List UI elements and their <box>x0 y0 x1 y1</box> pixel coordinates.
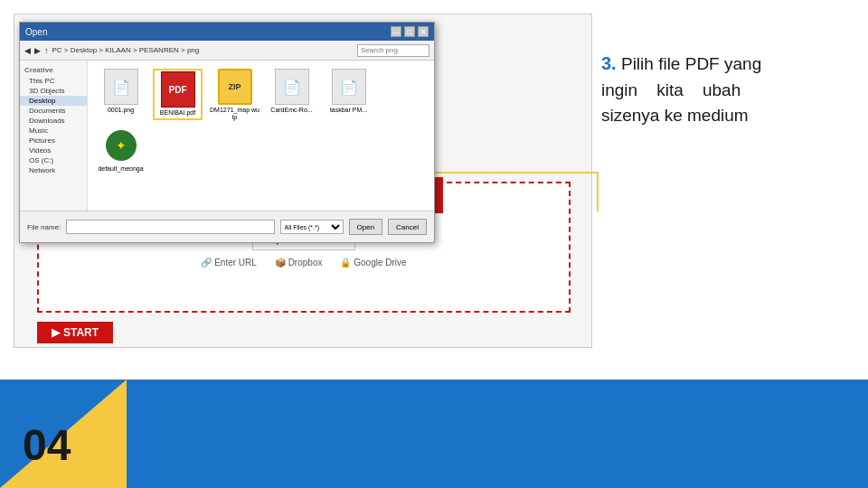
file-label-cardemc: CardEmc-Ro... <box>270 107 312 114</box>
file-icon-generic: 📄 <box>104 69 138 105</box>
description-box: 3. Pilih file PDF yangingin kita ubahsiz… <box>601 50 854 129</box>
enter-url-link[interactable]: 🔗 Enter URL <box>201 258 256 267</box>
file-item-0001[interactable]: 📄 0001.png <box>96 69 146 120</box>
sidebar-item-network[interactable]: Network <box>20 165 87 175</box>
sidebar-item-music[interactable]: Music <box>20 126 87 136</box>
file-label-pdf: BENIBAI.pdf <box>160 109 195 117</box>
file-label: 0001.png <box>108 107 134 114</box>
filename-input[interactable] <box>66 220 274 234</box>
search-input[interactable] <box>357 44 429 57</box>
file-label-taskbar: taskbar PM... <box>330 107 367 114</box>
circle-emblem: ✦ <box>106 130 137 161</box>
up-icon[interactable]: ↑ <box>44 46 49 55</box>
sidebar-item-downloads[interactable]: Downloads <box>20 116 87 126</box>
maximize-button[interactable]: □ <box>404 26 415 37</box>
slide-number: 04 <box>23 420 71 470</box>
sidebar-item-thispc[interactable]: This PC <box>20 76 87 86</box>
sidebar-item-pictures[interactable]: Pictures <box>20 136 87 145</box>
dialog-body: Creative This PC 3D Objects Desktop Docu… <box>20 61 434 211</box>
open-button[interactable]: Open <box>349 219 383 235</box>
pdf-icon: PDF <box>161 71 195 108</box>
breadcrumb-path: PC > Desktop > KILAAN > PESANREN > png <box>52 46 200 54</box>
dialog-footer: File name: All Files (*.*) Open Cancel <box>20 211 434 242</box>
file-dialog: Open — □ ✕ ◀ ▶ ↑ PC > Desktop > KILAAN >… <box>19 22 435 243</box>
dialog-title: Open <box>25 27 47 37</box>
sidebar-panel: Creative This PC 3D Objects Desktop Docu… <box>20 61 88 211</box>
file-icon-taskbar: 📄 <box>332 69 366 105</box>
google-drive-link[interactable]: 🔒 Google Drive <box>340 258 406 267</box>
start-button[interactable]: ▶ START <box>37 322 113 343</box>
file-item-cardemc[interactable]: 📄 CardEmc-Ro... <box>267 69 316 120</box>
sidebar-section-creative: Creative <box>20 64 87 76</box>
file-item-taskbar[interactable]: 📄 taskbar PM... <box>324 69 373 120</box>
sidebar-item-videos[interactable]: Videos <box>20 145 87 155</box>
sidebar-item-desktop[interactable]: Desktop <box>20 96 87 106</box>
back-icon[interactable]: ◀ <box>24 46 31 55</box>
close-button[interactable]: ✕ <box>418 26 429 37</box>
slide-container: 🔍 Choose File 🔗 Enter URL 📦 Dropbox 🔒 Go… <box>0 0 868 488</box>
file-item-default[interactable]: ✦ default_meonga <box>96 127 146 173</box>
file-icon-circle: ✦ <box>104 127 138 164</box>
bottom-area: 04 <box>0 380 868 488</box>
dialog-titlebar-buttons: — □ ✕ <box>391 26 429 37</box>
file-label-default: default_meonga <box>98 165 143 173</box>
forward-icon[interactable]: ▶ <box>34 46 41 55</box>
minimize-button[interactable]: — <box>391 26 401 37</box>
files-grid: 📄 0001.png PDF BENIBAI.pdf ZIP DM1271_ma… <box>92 65 429 176</box>
file-label-zip: DM1271_map wulp <box>210 107 259 120</box>
file-item-zip[interactable]: ZIP DM1271_map wulp <box>210 69 259 120</box>
zip-icon: ZIP <box>218 69 252 105</box>
main-file-panel: 📄 0001.png PDF BENIBAI.pdf ZIP DM1271_ma… <box>88 61 434 211</box>
filetype-select[interactable]: All Files (*.*) <box>280 220 344 234</box>
upload-links: 🔗 Enter URL 📦 Dropbox 🔒 Google Drive <box>201 258 406 267</box>
dropbox-link[interactable]: 📦 Dropbox <box>275 258 323 267</box>
dialog-titlebar: Open — □ ✕ <box>20 23 434 41</box>
dialog-toolbar: ◀ ▶ ↑ PC > Desktop > KILAAN > PESANREN >… <box>20 41 434 61</box>
play-icon: ▶ <box>52 326 60 339</box>
filename-label: File name: <box>27 223 61 231</box>
file-item-pdf[interactable]: PDF BENIBAI.pdf <box>153 69 203 120</box>
sidebar-item-osdrive[interactable]: OS (C:) <box>20 155 87 165</box>
file-icon-cardemc: 📄 <box>275 69 309 105</box>
cancel-button[interactable]: Cancel <box>388 219 427 235</box>
screenshot-area: 🔍 Choose File 🔗 Enter URL 📦 Dropbox 🔒 Go… <box>14 14 592 348</box>
sidebar-item-documents[interactable]: Documents <box>20 106 87 116</box>
sidebar-item-3dobjects[interactable]: 3D Objects <box>20 86 87 96</box>
description-text: Pilih file PDF yangingin kita ubahsizeny… <box>601 54 761 125</box>
step-number: 3. <box>601 53 617 73</box>
